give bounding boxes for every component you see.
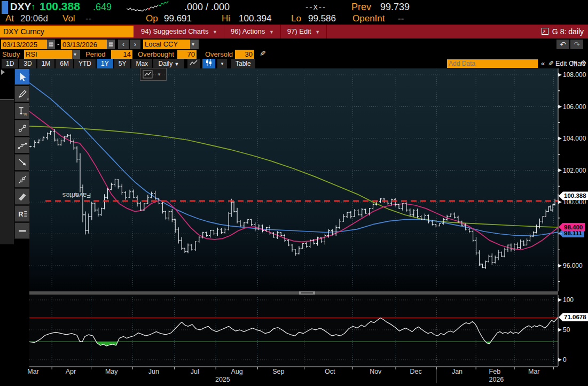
ma-pink-value-badge: 98.400 <box>559 223 585 231</box>
ticker-symbol: DXY <box>10 1 31 13</box>
add-data-input[interactable] <box>447 59 538 68</box>
pencil-icon[interactable]: ✎ <box>548 59 554 67</box>
tool-draw-line-button[interactable]: ▾ <box>14 86 30 102</box>
range-button-1y[interactable]: 1Y <box>97 59 113 68</box>
tool-horizontal-line-button[interactable] <box>14 222 30 239</box>
period-input[interactable] <box>111 50 132 59</box>
price-tick-label: 106.000 <box>563 103 586 111</box>
month-label: Jul <box>191 368 199 375</box>
tool-channel-button[interactable] <box>14 188 30 205</box>
range-button-1d[interactable]: 1D <box>2 59 18 68</box>
vol-value: -- <box>85 13 91 24</box>
oversold-input[interactable] <box>235 50 254 59</box>
up-arrow-icon: ↑ <box>31 2 35 12</box>
range-buttons: 1D3D1M6MYTD1Y5YMax <box>2 59 152 68</box>
date-to-input[interactable] <box>61 40 107 49</box>
menu-item--actions[interactable]: 96) Actions ▼ <box>224 25 281 38</box>
overbought-label: Overbought <box>138 50 174 58</box>
date-range-row: ▦ - ▦ ‹ › Local CCY ▾ ↶ ↷ <box>0 38 588 49</box>
range-button-6m[interactable]: 6M <box>56 59 73 68</box>
month-label: May <box>105 368 118 375</box>
study-row: Study RSI ▾ Period Overbought Oversold ✎ <box>0 49 588 59</box>
at-time: 20:06d <box>20 13 48 24</box>
month-label: Jan <box>452 368 462 375</box>
frequency-select[interactable]: Daily ▼ <box>153 59 184 68</box>
month-label: Jun <box>148 368 159 375</box>
last-price: 100.388 <box>40 0 80 13</box>
range-button-ytd[interactable]: YTD <box>74 59 96 68</box>
date-from-input[interactable] <box>1 40 47 49</box>
oversold-label: Oversold <box>205 50 233 58</box>
redo-button[interactable]: ↷ <box>570 40 583 49</box>
chevron-down-icon[interactable]: ▾ <box>190 40 199 49</box>
bid-ask-size: --x-- <box>305 2 326 12</box>
month-label: Aug <box>231 368 243 375</box>
rsi-chart-panel[interactable] <box>29 295 558 366</box>
last-price-badge: 100.388 <box>559 191 588 200</box>
gear-icon[interactable]: ⚙ <box>580 59 587 67</box>
collapse-panel-button[interactable]: « <box>541 59 545 67</box>
bid-ask: .000 / .000 <box>184 2 230 13</box>
tool-percent-change-button[interactable]: % <box>14 103 30 119</box>
chevron-down-icon: ▼ <box>157 72 161 77</box>
overbought-input[interactable] <box>177 50 197 59</box>
tool-ray-button[interactable] <box>14 171 30 188</box>
month-label: Nov <box>370 368 381 375</box>
chart-style-floating-button[interactable]: ▼ <box>140 68 167 81</box>
rsi-tick-label: 0 <box>563 356 567 364</box>
panel-expand-arrow[interactable] <box>1 70 5 75</box>
chart-type-dropdown-icon[interactable]: ▾ <box>217 59 227 68</box>
currency-select[interactable]: Local CCY <box>143 40 190 49</box>
launch-icon[interactable] <box>542 28 548 35</box>
tool-regression-button[interactable]: R <box>14 205 30 222</box>
menu-item--edit[interactable]: 97) Edit ▼ <box>281 25 327 38</box>
price-chart-panel[interactable] <box>29 68 558 291</box>
low-label: Lo <box>291 13 301 24</box>
range-button-5y[interactable]: 5Y <box>114 59 131 68</box>
at-label: At <box>5 13 14 24</box>
annotate-icon[interactable]: ▤ <box>571 59 577 67</box>
tool-pointer-button[interactable] <box>14 68 30 85</box>
rsi-value-badge: 71.0678 <box>559 313 588 321</box>
rsi-tick-label: 50 <box>563 326 570 334</box>
low-value: 99.586 <box>308 13 336 24</box>
table-button[interactable]: Table <box>231 59 255 68</box>
month-label: Oct <box>325 368 335 375</box>
tool-arrow-button[interactable] <box>14 154 30 171</box>
calendar-icon[interactable]: ▦ <box>47 40 55 49</box>
svg-text:%: % <box>23 111 27 116</box>
pencil-icon[interactable]: ✎ <box>260 49 266 58</box>
calendar-icon[interactable]: ▦ <box>107 40 115 49</box>
month-label: Feb <box>489 368 501 375</box>
study-select[interactable]: RSI <box>24 50 72 59</box>
menu-item--suggested-charts[interactable]: 94) Suggested Charts ▼ <box>135 25 224 38</box>
svg-text:R: R <box>18 211 23 218</box>
month-label: Mar <box>528 368 540 375</box>
candle-chart-type-icon[interactable] <box>202 59 215 68</box>
next-period-button[interactable]: › <box>130 40 140 49</box>
panel-divider[interactable] <box>29 291 558 295</box>
tool-trend-line-button[interactable] <box>14 120 30 136</box>
prev-period-button[interactable]: ‹ <box>118 40 129 49</box>
vol-label: Vol <box>62 13 75 24</box>
open-value: 99.691 <box>164 13 192 24</box>
month-label: Mar <box>27 368 39 375</box>
high-value: 100.394 <box>239 13 271 24</box>
tool-multi-segment-button[interactable] <box>14 137 30 153</box>
favorites-tab[interactable]: ✎ Favorites <box>0 99 14 244</box>
line-chart-type-icon[interactable] <box>187 59 200 68</box>
rsi-tick-label: 100 <box>563 296 574 304</box>
price-change: .649 <box>93 2 112 13</box>
month-label: Dec <box>410 368 422 375</box>
chevron-down-icon[interactable]: ▾ <box>72 50 80 59</box>
period-label: Period <box>85 50 106 58</box>
function-title-bar: DXY Curncy 94) Suggested Charts ▼96) Act… <box>0 25 588 38</box>
range-button-max[interactable]: Max <box>131 59 152 68</box>
page-label: G 8: daily <box>552 27 584 36</box>
price-tick-label: 102.000 <box>563 167 586 174</box>
range-button-3d[interactable]: 3D <box>19 59 36 68</box>
undo-button[interactable]: ↶ <box>556 40 569 49</box>
security-input[interactable]: DXY Curncy <box>0 26 134 37</box>
range-button-1m[interactable]: 1M <box>37 59 55 68</box>
panel-divider-handle[interactable] <box>299 291 315 295</box>
